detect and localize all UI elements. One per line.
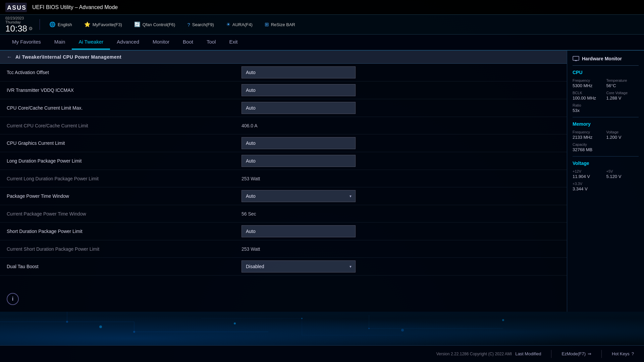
hw-voltage-grid: +12V 11.904 V +5V 5.120 V +3.3V 3.344 V — [573, 169, 639, 191]
hw-memory-capacity: Capacity 32768 MB — [573, 142, 605, 152]
content-area: ← Ai Tweaker\Internal CPU Power Manageme… — [0, 51, 644, 312]
settings-icon[interactable]: ⚙ — [29, 26, 33, 31]
setting-row-long-duration: Long Duration Package Power Limit — [0, 152, 567, 170]
svg-point-19 — [234, 322, 236, 324]
setting-name-current-cpu-core: Current CPU Core/Cache Current Limit — [7, 123, 241, 128]
hw-voltage-5v: +5V 5.120 V — [606, 169, 639, 179]
setting-value-current-cpu-core: 406.0 A — [241, 123, 309, 128]
setting-row-current-short-duration: Current Short Duration Package Power Lim… — [0, 240, 567, 258]
footer-version: Version 2.22.1286 Copyright (C) 2022 AMI — [436, 352, 512, 356]
hw-cpu-temperature: Temperature 56°C — [606, 78, 639, 88]
info-button[interactable]: i — [7, 293, 19, 305]
fan-icon: 🔄 — [134, 21, 141, 27]
datetime-section: 02/23/2023 Thursday 10:38 ⚙ — [5, 16, 33, 33]
setting-name-cpu-graphics: CPU Graphics Current Limit — [7, 140, 241, 146]
hw-memory-grid: Frequency 2133 MHz Voltage 1.200 V Capac… — [573, 130, 639, 152]
toolbar-search[interactable]: ? Search(F9) — [184, 20, 216, 29]
time-display: 10:38 ⚙ — [5, 24, 33, 33]
setting-select-package-power-time[interactable]: Auto 1 Sec 2 Sec 4 Sec 8 Sec 16 Sec 32 S… — [241, 190, 356, 202]
setting-name-tcc: Tcc Activation Offset — [7, 70, 241, 75]
breadcrumb-bar: ← Ai Tweaker\Internal CPU Power Manageme… — [0, 51, 567, 64]
nav-item-favorites[interactable]: My Favorites — [5, 35, 48, 50]
setting-name-ivr: IVR Transmitter VDDQ ICCMAX — [7, 87, 241, 93]
svg-point-21 — [502, 319, 504, 321]
svg-rect-4 — [0, 312, 644, 345]
nav-item-main[interactable]: Main — [48, 35, 72, 50]
setting-select-dual-tau[interactable]: Disabled Enabled — [241, 260, 356, 273]
settings-list: Tcc Activation Offset IVR Transmitter VD… — [0, 64, 567, 276]
nav-item-monitor[interactable]: Monitor — [146, 35, 176, 50]
package-power-time-wrapper: Auto 1 Sec 2 Sec 4 Sec 8 Sec 16 Sec 32 S… — [241, 190, 356, 202]
svg-point-18 — [99, 325, 102, 328]
hw-cpu-bclk: BCLK 100.00 MHz — [573, 91, 605, 101]
asus-logo: ASUS — [5, 3, 27, 12]
setting-row-dual-tau: Dual Tau Boost Disabled Enabled — [0, 258, 567, 276]
svg-point-10 — [133, 331, 135, 333]
decoration-svg — [0, 312, 644, 345]
setting-input-tcc[interactable] — [241, 66, 356, 78]
toolbar-divider-1 — [40, 19, 40, 30]
setting-value-current-long-duration: 253 Watt — [241, 176, 309, 181]
setting-row-cpu-graphics: CPU Graphics Current Limit — [0, 134, 567, 152]
aura-icon: ☀ — [226, 21, 230, 27]
hw-voltage-section-title: Voltage — [573, 161, 639, 166]
search-icon: ? — [187, 22, 190, 27]
setting-input-long-duration[interactable] — [241, 155, 356, 167]
hw-memory-section-title: Memory — [573, 121, 639, 127]
breadcrumb: Ai Tweaker\Internal CPU Power Management — [15, 54, 121, 60]
setting-name-long-duration: Long Duration Package Power Limit — [7, 158, 241, 164]
setting-input-ivr[interactable] — [241, 84, 356, 96]
nav-item-advanced[interactable]: Advanced — [110, 35, 146, 50]
date-display: 02/23/2023 Thursday — [5, 16, 24, 24]
hot-keys-icon: ? — [632, 351, 634, 356]
nav-item-exit[interactable]: Exit — [222, 35, 244, 50]
setting-input-cpu-core-cache-max[interactable] — [241, 102, 356, 114]
asus-logo-svg: ASUS — [5, 3, 27, 12]
toolbar-myfavorite[interactable]: ⭐ MyFavorite(F3) — [82, 20, 125, 29]
footer-bar: Version 2.22.1286 Copyright (C) 2022 AMI… — [0, 345, 644, 362]
setting-input-cpu-graphics[interactable] — [241, 137, 356, 149]
footer-divider-1 — [551, 350, 551, 358]
back-button[interactable]: ← — [7, 54, 12, 60]
setting-name-current-short-duration: Current Short Duration Package Power Lim… — [7, 246, 241, 252]
setting-value-current-pkg-time: 56 Sec — [241, 211, 309, 217]
toolbar-resize-bar[interactable]: ⊞ ReSize BAR — [262, 20, 298, 29]
setting-name-cpu-core-cache-max: CPU Core/Cache Current Limit Max. — [7, 105, 241, 111]
ez-mode-button[interactable]: EzMode(F7) ⇒ — [558, 349, 595, 358]
hw-cpu-frequency: Frequency 5300 MHz — [573, 78, 605, 88]
setting-name-current-long-duration: Current Long Duration Package Power Limi… — [7, 176, 241, 181]
setting-input-short-duration[interactable] — [241, 225, 356, 237]
favorite-icon: ⭐ — [84, 21, 91, 27]
setting-row-cpu-core-cache-max: CPU Core/Cache Current Limit Max. — [0, 99, 567, 117]
toolbar: 02/23/2023 Thursday 10:38 ⚙ 🌐 English ⭐ … — [0, 15, 644, 35]
setting-name-dual-tau: Dual Tau Boost — [7, 264, 241, 269]
hw-divider-1 — [573, 117, 639, 117]
footer-divider-2 — [601, 350, 602, 358]
svg-point-17 — [368, 328, 370, 329]
hot-keys-button[interactable]: Hot Keys ? — [608, 349, 637, 358]
hw-cpu-ratio: Ratio 53x — [573, 103, 605, 113]
hw-voltage-33v: +3.3V 3.344 V — [573, 182, 605, 191]
svg-point-9 — [66, 321, 68, 323]
globe-icon: 🌐 — [49, 21, 56, 27]
nav-item-boot[interactable]: Boot — [176, 35, 200, 50]
nav-item-ai-tweaker[interactable]: Ai Tweaker — [72, 35, 110, 50]
setting-name-short-duration: Short Duration Package Power Limit — [7, 229, 241, 234]
toolbar-aura[interactable]: ☀ AURA(F4) — [223, 20, 255, 29]
svg-text:ASUS: ASUS — [7, 4, 26, 11]
hw-monitor-sidebar: Hardware Monitor CPU Frequency 5300 MHz … — [567, 51, 644, 312]
hw-voltage-12v: +12V 11.904 V — [573, 169, 605, 179]
svg-point-20 — [401, 329, 404, 331]
app-title: UEFI BIOS Utility – Advanced Mode — [32, 4, 639, 10]
toolbar-language[interactable]: 🌐 English — [47, 20, 75, 29]
nav-item-tool[interactable]: Tool — [200, 35, 223, 50]
bottom-decoration — [0, 312, 644, 345]
hw-cpu-grid: Frequency 5300 MHz Temperature 56°C BCLK… — [573, 78, 639, 113]
hw-monitor-title: Hardware Monitor — [573, 56, 639, 66]
header-bar: ASUS UEFI BIOS Utility – Advanced Mode — [0, 0, 644, 15]
setting-row-current-long-duration: Current Long Duration Package Power Limi… — [0, 170, 567, 187]
toolbar-qfan[interactable]: 🔄 Qfan Control(F6) — [131, 20, 178, 29]
setting-row-current-pkg-time: Current Package Power Time Window 56 Sec — [0, 205, 567, 223]
svg-point-14 — [301, 318, 303, 319]
last-modified-button[interactable]: Last Modified — [512, 349, 544, 358]
